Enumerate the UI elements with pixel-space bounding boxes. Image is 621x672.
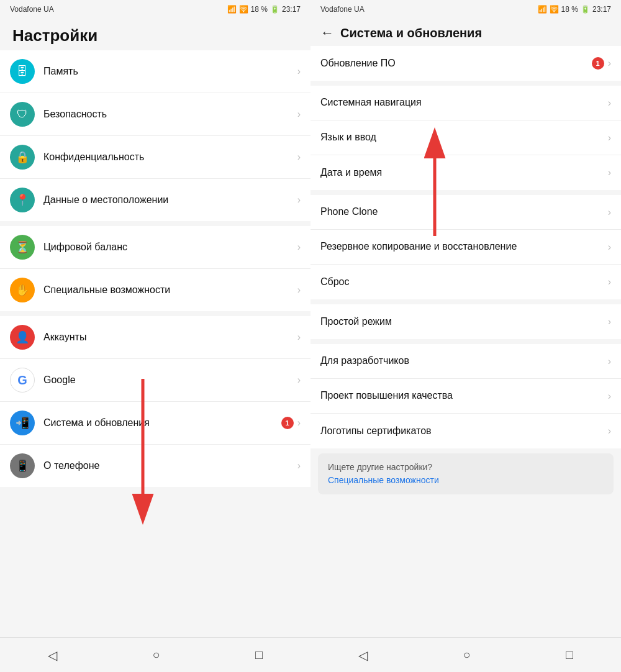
wifi-icon: 🛜 bbox=[550, 5, 559, 14]
search-suggestion-box: Ищете другие настройки? Специальные возм… bbox=[318, 453, 614, 494]
right-item-language[interactable]: Язык и ввод › bbox=[310, 120, 621, 155]
storage-icon: 🗄 bbox=[10, 59, 35, 84]
settings-item-about[interactable]: 📱 О телефоне › bbox=[0, 445, 310, 487]
chevron-icon: › bbox=[608, 207, 611, 218]
chevron-icon: › bbox=[608, 276, 611, 288]
right-home-button[interactable]: ○ bbox=[450, 643, 483, 667]
about-label: О телефоне bbox=[43, 460, 297, 471]
battery-text: 18 % bbox=[251, 5, 268, 14]
security-label: Безопасность bbox=[43, 109, 297, 120]
privacy-label: Конфиденциальность bbox=[43, 152, 297, 163]
phone-clone-label: Phone Clone bbox=[320, 206, 608, 219]
left-recents-button[interactable]: □ bbox=[243, 643, 275, 667]
right-item-datetime[interactable]: Дата и время › bbox=[310, 155, 621, 190]
right-phone-panel: Vodafone UA 📶 🛜 18 % 🔋 23:17 ← Система и… bbox=[310, 0, 621, 672]
battery-icon: 🔋 bbox=[581, 5, 590, 14]
right-recents-button[interactable]: □ bbox=[553, 643, 586, 667]
left-home-button[interactable]: ○ bbox=[140, 643, 172, 667]
developer-label: Для разработчиков bbox=[320, 355, 608, 368]
settings-item-accounts[interactable]: 👤 Аккаунты › bbox=[0, 316, 310, 359]
right-section-1: Обновление ПО 1 › bbox=[310, 46, 621, 81]
chevron-icon: › bbox=[608, 58, 611, 69]
search-suggestion-title: Ищете другие настройки? bbox=[328, 462, 604, 472]
search-suggestion-link[interactable]: Специальные возможности bbox=[328, 475, 439, 485]
chevron-icon: › bbox=[297, 66, 301, 77]
battery-icon: 🔋 bbox=[270, 5, 279, 14]
right-page-title: Система и обновления bbox=[340, 26, 482, 40]
right-item-developer[interactable]: Для разработчиков › bbox=[310, 344, 621, 379]
right-back-nav-button[interactable]: ◁ bbox=[346, 643, 380, 668]
left-section-3: 👤 Аккаунты › G Google › 📲 Система и обно… bbox=[0, 316, 310, 487]
chevron-icon: › bbox=[297, 242, 301, 253]
time-display: 23:17 bbox=[592, 5, 611, 14]
right-back-button[interactable]: ← bbox=[320, 25, 334, 41]
system-label: Система и обновления bbox=[43, 417, 281, 429]
software-update-badge: 1 bbox=[592, 57, 604, 70]
backup-label: Резервное копирование и восстановление bbox=[320, 240, 608, 253]
settings-item-system[interactable]: 📲 Система и обновления 1 › bbox=[0, 402, 310, 445]
location-label: Данные о местоположении bbox=[43, 194, 297, 206]
chevron-icon: › bbox=[608, 391, 611, 402]
wifi-icon: 🛜 bbox=[239, 5, 248, 14]
chevron-icon: › bbox=[608, 98, 611, 109]
privacy-icon: 🔒 bbox=[10, 145, 35, 170]
settings-item-digital[interactable]: ⏳ Цифровой баланс › bbox=[0, 226, 310, 269]
right-item-navigation[interactable]: Системная навигация › bbox=[310, 86, 621, 120]
left-nav-bar: ◁ ○ □ bbox=[0, 637, 310, 672]
google-label: Google bbox=[43, 375, 297, 386]
accounts-label: Аккаунты bbox=[43, 332, 297, 343]
right-item-simple-mode[interactable]: Простой режим › bbox=[310, 304, 621, 339]
settings-item-accessibility[interactable]: ✋ Специальные возможности › bbox=[0, 269, 310, 311]
right-status-right: 📶 🛜 18 % 🔋 23:17 bbox=[538, 5, 611, 14]
chevron-icon: › bbox=[608, 167, 611, 178]
right-status-bar: Vodafone UA 📶 🛜 18 % 🔋 23:17 bbox=[310, 0, 621, 19]
settings-item-privacy[interactable]: 🔒 Конфиденциальность › bbox=[0, 136, 310, 179]
signal-icon: 📶 bbox=[538, 5, 547, 14]
chevron-icon: › bbox=[608, 425, 611, 437]
reset-label: Сброс bbox=[320, 276, 608, 289]
right-item-quality[interactable]: Проект повышения качества › bbox=[310, 379, 621, 414]
chevron-icon: › bbox=[297, 284, 301, 296]
settings-item-google[interactable]: G Google › bbox=[0, 359, 310, 402]
right-nav-bar: ◁ ○ □ bbox=[310, 637, 621, 672]
right-section-4: Простой режим › bbox=[310, 304, 621, 339]
settings-item-security[interactable]: 🛡 Безопасность › bbox=[0, 93, 310, 136]
security-icon: 🛡 bbox=[10, 102, 35, 127]
chevron-icon: › bbox=[297, 194, 301, 206]
settings-item-location[interactable]: 📍 Данные о местоположении › bbox=[0, 179, 310, 221]
right-item-certificates[interactable]: Логотипы сертификатов › bbox=[310, 414, 621, 448]
chevron-icon: › bbox=[297, 152, 301, 163]
right-item-phone-clone[interactable]: Phone Clone › bbox=[310, 195, 621, 230]
left-status-right: 📶 🛜 18 % 🔋 23:17 bbox=[227, 5, 301, 14]
right-settings-list: Обновление ПО 1 › Системная навигация › … bbox=[310, 46, 621, 637]
chevron-icon: › bbox=[608, 132, 611, 143]
system-icon: 📲 bbox=[10, 411, 35, 435]
right-item-software-update[interactable]: Обновление ПО 1 › bbox=[310, 46, 621, 81]
right-header: ← Система и обновления bbox=[310, 19, 621, 46]
battery-text: 18 % bbox=[561, 5, 578, 14]
left-page-title: Настройки bbox=[12, 26, 298, 45]
chevron-icon: › bbox=[608, 242, 611, 253]
chevron-icon: › bbox=[297, 109, 301, 120]
right-item-backup[interactable]: Резервное копирование и восстановление › bbox=[310, 230, 621, 265]
google-icon: G bbox=[10, 368, 35, 393]
datetime-label: Дата и время bbox=[320, 166, 608, 179]
certificates-label: Логотипы сертификатов bbox=[320, 425, 608, 438]
chevron-icon: › bbox=[608, 316, 611, 327]
right-item-reset[interactable]: Сброс › bbox=[310, 265, 621, 299]
left-section-1: 🗄 Память › 🛡 Безопасность › 🔒 Конфиденци… bbox=[0, 50, 310, 221]
left-back-button[interactable]: ◁ bbox=[35, 643, 70, 668]
about-icon: 📱 bbox=[10, 453, 35, 478]
time-display: 23:17 bbox=[282, 5, 301, 14]
right-carrier: Vodafone UA bbox=[320, 5, 365, 14]
settings-item-storage[interactable]: 🗄 Память › bbox=[0, 50, 310, 93]
chevron-icon: › bbox=[297, 375, 301, 386]
accessibility-label: Специальные возможности bbox=[43, 284, 297, 296]
chevron-icon: › bbox=[608, 356, 611, 367]
left-carrier: Vodafone UA bbox=[10, 5, 54, 14]
digital-icon: ⏳ bbox=[10, 235, 35, 260]
navigation-label: Системная навигация bbox=[320, 96, 608, 109]
simple-mode-label: Простой режим bbox=[320, 316, 608, 329]
left-page-title-bar: Настройки bbox=[0, 19, 310, 50]
system-badge: 1 bbox=[281, 417, 294, 429]
